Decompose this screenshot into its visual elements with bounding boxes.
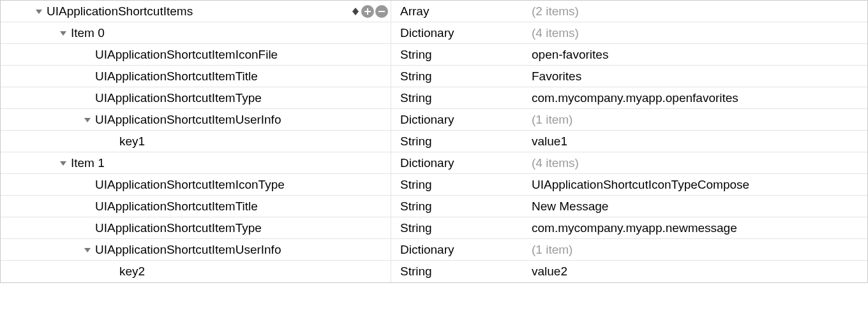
key-cell[interactable]: UIApplicationShortcutItemTitle	[1, 196, 391, 217]
type-cell[interactable]: Dictionary	[391, 239, 523, 260]
table-row[interactable]: Item 1Dictionary(4 items)	[1, 152, 867, 174]
type-cell[interactable]: Dictionary	[391, 152, 523, 173]
type-cell[interactable]: String	[391, 87, 523, 108]
value-label: com.mycompany.myapp.openfavorites	[532, 91, 738, 105]
type-cell[interactable]: Dictionary	[391, 22, 523, 43]
type-cell[interactable]: String	[391, 131, 523, 152]
svg-marker-6	[60, 31, 66, 36]
key-cell[interactable]: Item 0	[1, 22, 391, 43]
value-cell[interactable]: value2	[523, 261, 867, 282]
key-cell[interactable]: UIApplicationShortcutItemType	[1, 217, 391, 238]
value-cell[interactable]: (2 items)	[523, 1, 867, 22]
table-row[interactable]: UIApplicationShortcutItemTypeStringcom.m…	[1, 217, 867, 239]
disclosure-triangle-icon[interactable]	[33, 8, 45, 15]
disclosure-triangle-icon[interactable]	[57, 159, 70, 167]
key-cell[interactable]: UIApplicationShortcutItemUserInfo	[1, 239, 391, 260]
value-cell[interactable]: (1 item)	[523, 109, 867, 130]
value-cell[interactable]: (4 items)	[523, 22, 867, 43]
value-label: Favorites	[532, 69, 581, 84]
value-label: com.mycompany.myapp.newmessage	[532, 221, 737, 235]
type-label: String	[400, 200, 432, 214]
key-label: Item 1	[70, 156, 105, 170]
value-label: value2	[532, 265, 567, 279]
value-cell[interactable]: (1 item)	[523, 239, 867, 260]
value-label: (4 items)	[532, 156, 579, 170]
value-cell[interactable]: UIApplicationShortcutIconTypeCompose	[523, 174, 867, 195]
type-cell[interactable]: String	[391, 261, 523, 282]
type-label: Dictionary	[400, 26, 454, 40]
value-label: (1 item)	[532, 243, 572, 257]
key-cell[interactable]: key1	[1, 131, 391, 152]
value-label: UIApplicationShortcutIconTypeCompose	[532, 178, 749, 192]
svg-marker-2	[352, 11, 359, 15]
disclosure-triangle-icon[interactable]	[81, 116, 94, 124]
value-cell[interactable]: open-favorites	[523, 44, 867, 65]
key-label: UIApplicationShortcutItemUserInfo	[94, 243, 281, 257]
key-label: UIApplicationShortcutItemTitle	[94, 200, 258, 214]
key-label: key1	[118, 134, 145, 149]
table-row[interactable]: key1Stringvalue1	[1, 131, 867, 152]
value-label: (1 item)	[532, 113, 572, 127]
disclosure-triangle-icon[interactable]	[81, 246, 94, 254]
type-cell[interactable]: Dictionary	[391, 109, 523, 130]
type-stepper[interactable]	[351, 6, 360, 17]
svg-rect-5	[378, 11, 385, 12]
key-cell[interactable]: UIApplicationShortcutItemUserInfo	[1, 109, 391, 130]
type-label: Dictionary	[400, 156, 454, 170]
table-row[interactable]: UIApplicationShortcutItemUserInfoDiction…	[1, 109, 867, 131]
value-cell[interactable]: com.mycompany.myapp.newmessage	[523, 217, 867, 238]
svg-marker-0	[36, 10, 42, 14]
key-label: UIApplicationShortcutItemIconFile	[94, 48, 278, 62]
key-cell[interactable]: UIApplicationShortcutItemType	[1, 87, 391, 108]
table-row[interactable]: UIApplicationShortcutItemTitleStringNew …	[1, 196, 867, 217]
value-cell[interactable]: value1	[523, 131, 867, 152]
table-row[interactable]: UIApplicationShortcutItemUserInfoDiction…	[1, 239, 867, 261]
type-label: Array	[400, 4, 429, 18]
table-row[interactable]: UIApplicationShortcutItemTypeStringcom.m…	[1, 87, 867, 109]
value-label: New Message	[532, 200, 608, 214]
table-row[interactable]: UIApplicationShortcutItemTitleStringFavo…	[1, 66, 867, 87]
table-row[interactable]: UIApplicationShortcutItemsArray(2 items)	[1, 1, 867, 22]
key-cell[interactable]: UIApplicationShortcutItemIconFile	[1, 44, 391, 65]
table-row[interactable]: key2Stringvalue2	[1, 261, 867, 282]
svg-marker-8	[60, 161, 66, 166]
key-label: UIApplicationShortcutItemType	[94, 91, 262, 105]
key-label: UIApplicationShortcutItemTitle	[94, 69, 258, 84]
key-label: UIApplicationShortcutItems	[45, 4, 193, 18]
key-label: Item 0	[70, 26, 105, 40]
type-cell[interactable]: String	[391, 44, 523, 65]
table-row[interactable]: UIApplicationShortcutItemIconFileStringo…	[1, 44, 867, 66]
type-label: String	[400, 221, 432, 235]
key-label: UIApplicationShortcutItemType	[94, 221, 262, 235]
type-cell[interactable]: String	[391, 217, 523, 238]
type-cell[interactable]: String	[391, 66, 523, 87]
value-cell[interactable]: New Message	[523, 196, 867, 217]
remove-row-button[interactable]	[375, 5, 388, 18]
type-cell[interactable]: String	[391, 196, 523, 217]
key-label: UIApplicationShortcutItemIconType	[94, 178, 285, 192]
key-cell[interactable]: Item 1	[1, 152, 391, 173]
value-label: open-favorites	[532, 48, 608, 62]
disclosure-triangle-icon[interactable]	[57, 29, 70, 37]
type-label: String	[400, 48, 432, 62]
value-cell[interactable]: com.mycompany.myapp.openfavorites	[523, 87, 867, 108]
key-cell[interactable]: UIApplicationShortcutItems	[1, 1, 391, 22]
type-label: String	[400, 265, 432, 279]
type-label: Dictionary	[400, 243, 454, 257]
svg-marker-7	[84, 118, 91, 122]
type-cell[interactable]: Array	[391, 1, 523, 22]
value-cell[interactable]: (4 items)	[523, 152, 867, 173]
key-cell[interactable]: UIApplicationShortcutItemIconType	[1, 174, 391, 195]
value-cell[interactable]: Favorites	[523, 66, 867, 87]
svg-marker-9	[84, 248, 91, 252]
key-label: UIApplicationShortcutItemUserInfo	[94, 113, 281, 127]
key-cell[interactable]: UIApplicationShortcutItemTitle	[1, 66, 391, 87]
type-cell[interactable]: String	[391, 174, 523, 195]
type-label: String	[400, 134, 432, 149]
key-cell[interactable]: key2	[1, 261, 391, 282]
table-row[interactable]: Item 0Dictionary(4 items)	[1, 22, 867, 44]
add-row-button[interactable]	[361, 5, 374, 18]
type-label: String	[400, 178, 432, 192]
type-label: Dictionary	[400, 113, 454, 127]
table-row[interactable]: UIApplicationShortcutItemIconTypeStringU…	[1, 174, 867, 196]
